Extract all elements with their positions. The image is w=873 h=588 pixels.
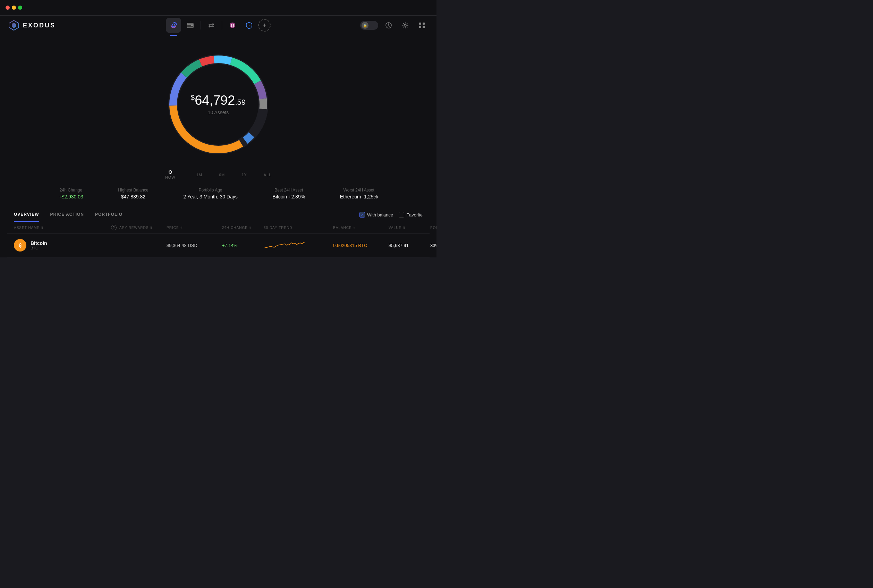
nav-earn[interactable]: +	[242, 18, 257, 33]
nav-exchange[interactable]	[204, 18, 219, 33]
nav-center: + +	[166, 18, 271, 33]
sort-asset-name-icon: ⇅	[41, 226, 44, 229]
stat-portfolio-age-label: Portfolio Age	[183, 188, 237, 192]
nav-right: 🔒	[360, 19, 428, 32]
th-asset-name[interactable]: ASSET NAME ⇅	[14, 225, 111, 230]
bitcoin-trend	[264, 238, 333, 253]
stat-24h-change: 24h Change +$2,930.03	[58, 188, 83, 200]
apy-help-icon[interactable]: ?	[111, 225, 117, 230]
traffic-lights	[6, 6, 22, 10]
nav-divider-1	[201, 21, 201, 30]
nav-wallet[interactable]	[183, 18, 198, 33]
filter-favorite[interactable]: Favorite	[399, 212, 423, 218]
favorite-checkbox[interactable]	[399, 212, 404, 218]
th-24h-change[interactable]: 24H CHANGE ⇅	[222, 225, 264, 230]
bitcoin-value: $5,637.91	[388, 243, 430, 248]
asset-name-bitcoin: Bitcoin	[30, 240, 47, 246]
svg-point-7	[231, 24, 232, 26]
donut-chart: $64,792.59 10 Assets	[159, 45, 277, 164]
stat-24h-change-label: 24h Change	[58, 188, 83, 192]
tab-portfolio[interactable]: PORTFOLIO	[95, 212, 123, 222]
tab-overview[interactable]: OVERVIEW	[14, 212, 39, 222]
stat-worst-asset-label: Worst 24H Asset	[340, 188, 378, 192]
main-content: $64,792.59 10 Assets NOW 1M 6M 1Y ALL 24…	[0, 35, 436, 257]
svg-point-11	[404, 24, 406, 26]
asset-symbol-bitcoin: BTC	[30, 246, 47, 250]
favorite-label: Favorite	[406, 212, 423, 218]
tabs-row: OVERVIEW PRICE ACTION PORTFOLIO ✓ With b…	[0, 206, 436, 222]
th-portfolio-pct[interactable]: PORTFOLIO % ⇅	[430, 225, 436, 230]
asset-cell-bitcoin: ₿ Bitcoin BTC	[14, 239, 111, 252]
svg-point-8	[233, 24, 234, 26]
exodus-logo-icon	[8, 20, 20, 31]
asset-table: ASSET NAME ⇅ ? APY REWARDS ⇅ PRICE ⇅ 24H…	[0, 222, 436, 257]
donut-center-text: $64,792.59 10 Assets	[191, 94, 246, 115]
settings-button[interactable]	[399, 19, 411, 32]
timeline: NOW 1M 6M 1Y ALL	[114, 170, 322, 179]
th-value[interactable]: VALUE ⇅	[388, 225, 430, 230]
th-price[interactable]: PRICE ⇅	[166, 225, 222, 230]
maximize-button[interactable]	[18, 6, 22, 10]
portfolio-amount: $64,792.59	[191, 94, 246, 107]
tab-price-action[interactable]: PRICE ACTION	[50, 212, 84, 222]
header: EXODUS	[0, 16, 436, 35]
stat-best-asset-label: Best 24H Asset	[272, 188, 305, 192]
timeline-6m[interactable]: 6M	[219, 173, 225, 177]
sort-value-icon: ⇅	[403, 226, 406, 229]
timeline-1m[interactable]: 1M	[196, 173, 202, 177]
table-row[interactable]: ₿ Bitcoin BTC $9,364.48 USD +7.14% 0.602…	[7, 234, 429, 257]
timeline-all[interactable]: ALL	[264, 173, 272, 177]
asset-info: Bitcoin BTC	[30, 240, 47, 250]
bitcoin-balance: 0.60205315 BTC	[333, 243, 388, 248]
assets-count: 10 Assets	[191, 110, 246, 115]
stat-highest-balance-label: Highest Balance	[118, 188, 148, 192]
with-balance-label: With balance	[367, 212, 393, 218]
nav-add-button[interactable]: +	[258, 19, 271, 32]
svg-rect-13	[423, 22, 425, 25]
nav-apps[interactable]	[225, 18, 240, 33]
filter-with-balance[interactable]: ✓ With balance	[360, 212, 393, 218]
sort-24h-icon: ⇅	[249, 226, 252, 229]
stat-highest-balance: Highest Balance $47,839.82	[118, 188, 148, 200]
logo-text: EXODUS	[23, 22, 56, 29]
with-balance-checkbox[interactable]: ✓	[360, 212, 365, 218]
grid-view-button[interactable]	[416, 19, 428, 32]
sort-apy-icon: ⇅	[150, 226, 153, 229]
timeline-now-label: NOW	[165, 175, 176, 179]
nav-divider-2	[222, 21, 222, 30]
stat-portfolio-age: Portfolio Age 2 Year, 3 Month, 30 Days	[183, 188, 237, 200]
svg-rect-14	[419, 26, 421, 28]
bitcoin-icon: ₿	[14, 239, 26, 252]
chart-area: $64,792.59 10 Assets NOW 1M 6M 1Y ALL 24…	[0, 35, 436, 200]
sort-balance-icon: ⇅	[353, 226, 356, 229]
active-tab-indicator	[170, 35, 177, 36]
th-balance[interactable]: BALANCE ⇅	[333, 225, 388, 230]
stat-best-asset: Best 24H Asset Bitcoin +2.89%	[272, 188, 305, 200]
stat-worst-asset-value: Ethereum -1,25%	[340, 194, 378, 200]
lock-knob: 🔒	[362, 22, 369, 29]
svg-rect-15	[423, 26, 425, 28]
nav-portfolio[interactable]	[166, 18, 181, 33]
lock-toggle[interactable]: 🔒	[360, 21, 378, 30]
svg-point-6	[230, 22, 235, 28]
stats-row: 24h Change +$2,930.03 Highest Balance $4…	[27, 188, 409, 200]
timeline-now: NOW	[165, 170, 176, 179]
table-header: ASSET NAME ⇅ ? APY REWARDS ⇅ PRICE ⇅ 24H…	[7, 222, 429, 234]
titlebar	[0, 0, 436, 16]
timeline-dot	[169, 170, 172, 174]
close-button[interactable]	[6, 6, 10, 10]
timeline-1y[interactable]: 1Y	[242, 173, 247, 177]
svg-rect-12	[419, 22, 421, 25]
stat-highest-balance-value: $47,839.82	[118, 194, 148, 200]
history-button[interactable]	[382, 19, 395, 32]
stat-portfolio-age-value: 2 Year, 3 Month, 30 Days	[183, 194, 237, 200]
stat-best-asset-value: Bitcoin +2.89%	[272, 194, 305, 200]
th-apy-rewards[interactable]: ? APY REWARDS ⇅	[111, 225, 166, 230]
stat-24h-change-value: +$2,930.03	[58, 194, 83, 200]
filter-row: ✓ With balance Favorite	[360, 212, 423, 222]
minimize-button[interactable]	[12, 6, 16, 10]
sort-price-icon: ⇅	[180, 226, 183, 229]
th-30-day-trend: 30 DAY TREND	[264, 225, 333, 230]
bitcoin-trend-svg	[264, 238, 305, 252]
bitcoin-portfolio-pct: 33%	[430, 243, 436, 248]
